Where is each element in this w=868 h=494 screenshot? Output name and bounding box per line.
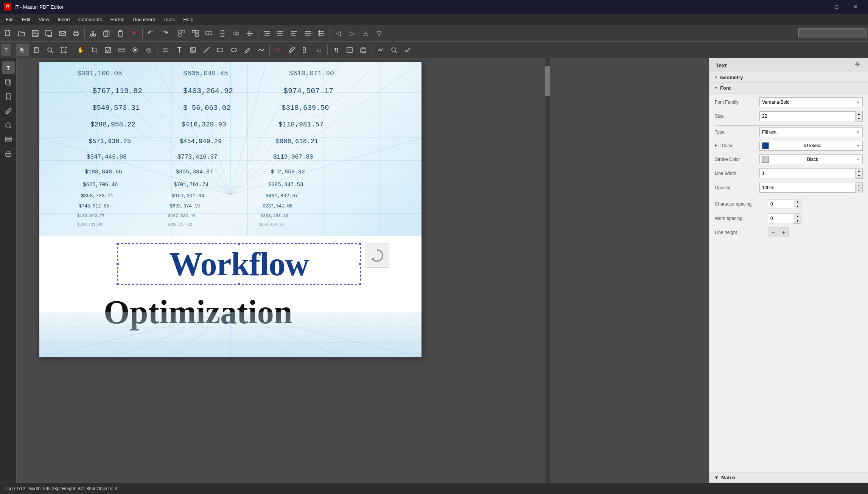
- sidebar-search[interactable]: [2, 119, 15, 132]
- select-tool[interactable]: [16, 44, 29, 56]
- radio-tool[interactable]: [129, 44, 142, 56]
- nav-down[interactable]: ▽: [373, 27, 386, 40]
- sidebar-attachments[interactable]: [2, 104, 15, 117]
- line-height-minus-button[interactable]: −: [768, 228, 778, 237]
- handle-tr[interactable]: [359, 242, 362, 245]
- text-select-tool[interactable]: [30, 44, 43, 56]
- nav-left[interactable]: ◁: [332, 27, 345, 40]
- workflow-text-box[interactable]: Workflow: [117, 243, 361, 285]
- handle-tl[interactable]: [116, 242, 119, 245]
- sidebar-layers[interactable]: [2, 133, 15, 146]
- menu-comments[interactable]: Comments: [75, 15, 106, 24]
- menu-help[interactable]: Help: [179, 15, 197, 24]
- search-tool[interactable]: [387, 44, 400, 56]
- menu-view[interactable]: View: [35, 15, 53, 24]
- opacity-down[interactable]: ▼: [856, 188, 862, 193]
- maximize-button[interactable]: □: [828, 0, 845, 14]
- word-spacing-up[interactable]: ▲: [794, 213, 801, 218]
- type-dropdown[interactable]: Fill text ▼: [759, 127, 863, 137]
- cut-button[interactable]: [87, 27, 100, 40]
- new-button[interactable]: [2, 27, 14, 40]
- scrollbar-thumb[interactable]: [545, 66, 550, 96]
- word-spacing-down[interactable]: ▼: [794, 218, 801, 223]
- fill-color-dropdown[interactable]: #153d8a ▼: [759, 141, 863, 151]
- ellipse-tool[interactable]: [227, 44, 240, 56]
- undo-button[interactable]: [145, 27, 157, 40]
- geometry-section-header[interactable]: ▼ Geometry: [709, 72, 868, 83]
- transform-tool[interactable]: [57, 44, 70, 56]
- close-button[interactable]: ✕: [847, 0, 864, 14]
- stamp-tool[interactable]: [357, 44, 370, 56]
- menu-edit[interactable]: Edit: [18, 15, 34, 24]
- copy-button[interactable]: [100, 27, 113, 40]
- menu-tools[interactable]: Tools: [160, 15, 179, 24]
- font-size-input[interactable]: [759, 111, 856, 121]
- pencil-tool[interactable]: [241, 44, 254, 56]
- font-family-dropdown[interactable]: Verdana-Bold ▼: [759, 97, 863, 107]
- tb-text-align-l[interactable]: [288, 27, 300, 40]
- line-width-down[interactable]: ▼: [856, 173, 862, 178]
- sign-tool[interactable]: [343, 44, 356, 56]
- delete-button[interactable]: ✕: [128, 27, 140, 40]
- signature-sign[interactable]: [374, 44, 387, 56]
- tb-arrange-v[interactable]: [216, 27, 229, 40]
- word-spacing-input[interactable]: [768, 213, 794, 223]
- line-height-plus-button[interactable]: +: [778, 228, 789, 237]
- rect-tool[interactable]: [214, 44, 227, 56]
- handle-br[interactable]: [359, 282, 362, 285]
- tb-text-cols[interactable]: [301, 27, 314, 40]
- sidebar-pages[interactable]: [2, 76, 15, 89]
- sidebar-text-tool[interactable]: T: [2, 61, 15, 74]
- minimize-button[interactable]: ─: [809, 0, 826, 14]
- zoom-select-tool[interactable]: [44, 44, 56, 56]
- line-tool[interactable]: [200, 44, 213, 56]
- tb-btn-grid1[interactable]: [175, 27, 188, 40]
- tb-arrange-h[interactable]: [202, 27, 215, 40]
- line-width-up[interactable]: ▲: [856, 168, 862, 173]
- pdf-page[interactable]: .ray{stroke:rgba(100,160,200,0.35);strok…: [39, 62, 422, 357]
- email-button[interactable]: [56, 27, 69, 40]
- tb-list-outdent[interactable]: [274, 27, 287, 40]
- eraser-tool[interactable]: ◻: [313, 44, 325, 56]
- saveas-button[interactable]: [42, 27, 55, 40]
- highlight-tool[interactable]: ✕: [272, 44, 285, 56]
- text-insert-tool[interactable]: [173, 44, 186, 56]
- menu-insert[interactable]: Insert: [54, 15, 74, 24]
- text-field-tool[interactable]: T|: [330, 44, 342, 56]
- rotate-handle[interactable]: [365, 243, 389, 268]
- tb-list-indent[interactable]: [260, 27, 273, 40]
- stroke-color-dropdown[interactable]: Black ▼: [759, 154, 863, 164]
- tb-center-v[interactable]: [243, 27, 256, 40]
- paperclip-tool[interactable]: [285, 44, 298, 56]
- handle-bl[interactable]: [116, 282, 119, 285]
- search-input[interactable]: [798, 28, 866, 38]
- font-size-down[interactable]: ▼: [856, 116, 862, 121]
- image-tool[interactable]: [187, 44, 199, 56]
- align-left-tool[interactable]: [159, 44, 172, 56]
- print-button[interactable]: [70, 27, 82, 40]
- canvas-area[interactable]: .ray{stroke:rgba(100,160,200,0.35);strok…: [17, 58, 709, 483]
- tb-center-h[interactable]: [230, 27, 243, 40]
- handle-bm[interactable]: [238, 282, 241, 285]
- crop-tool[interactable]: [88, 44, 101, 56]
- sidebar-stamp[interactable]: [2, 148, 15, 161]
- menu-forms[interactable]: Forms: [107, 15, 128, 24]
- redo-button[interactable]: [158, 27, 171, 40]
- line-width-input[interactable]: [759, 168, 856, 178]
- opacity-up[interactable]: ▲: [856, 183, 862, 188]
- annotation-tool[interactable]: ◎: [142, 44, 155, 56]
- font-section-header[interactable]: ▼ Font: [709, 83, 868, 94]
- marker-tool[interactable]: [299, 44, 312, 56]
- nav-right[interactable]: ▷: [345, 27, 358, 40]
- check-tool[interactable]: [401, 44, 414, 56]
- menu-document[interactable]: Document: [129, 15, 159, 24]
- menu-file[interactable]: File: [2, 15, 17, 24]
- sidebar-bookmarks[interactable]: [2, 90, 15, 103]
- char-spacing-up[interactable]: ▲: [794, 199, 801, 204]
- tb-btn-grid2[interactable]: [189, 27, 202, 40]
- handle-mr[interactable]: [359, 262, 362, 265]
- pin-button[interactable]: [854, 61, 862, 69]
- open-button[interactable]: [15, 27, 28, 40]
- handle-tm[interactable]: [238, 242, 241, 245]
- matrix-section-header[interactable]: ▼ Matrix: [709, 472, 868, 483]
